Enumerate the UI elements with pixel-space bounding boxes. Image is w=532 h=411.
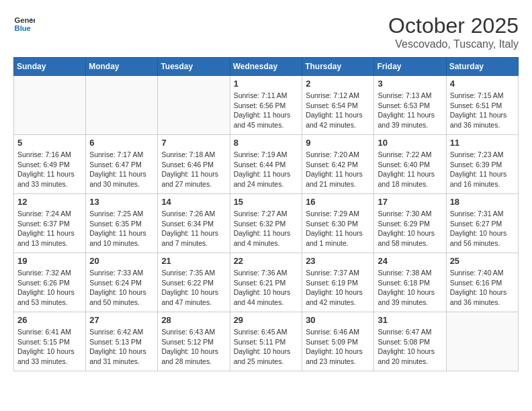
logo-icon: General Blue — [13, 13, 35, 35]
day-number: 13 — [89, 197, 154, 207]
svg-text:Blue: Blue — [15, 24, 31, 32]
day-info: Sunrise: 7:19 AM Sunset: 6:44 PM Dayligh… — [234, 150, 299, 189]
calendar-cell — [446, 312, 518, 371]
day-info: Sunrise: 6:43 AM Sunset: 5:12 PM Dayligh… — [161, 327, 226, 367]
calendar-cell: 6Sunrise: 7:17 AM Sunset: 6:47 PM Daylig… — [86, 135, 158, 194]
calendar-cell: 7Sunrise: 7:18 AM Sunset: 6:46 PM Daylig… — [158, 135, 230, 194]
day-info: Sunrise: 7:25 AM Sunset: 6:35 PM Dayligh… — [89, 209, 154, 248]
weekday-header-wednesday: Wednesday — [230, 58, 302, 76]
calendar-cell: 25Sunrise: 7:40 AM Sunset: 6:16 PM Dayli… — [446, 253, 518, 312]
day-number: 11 — [450, 138, 515, 148]
day-number: 29 — [234, 315, 299, 325]
day-number: 15 — [234, 197, 299, 207]
calendar-cell: 4Sunrise: 7:15 AM Sunset: 6:51 PM Daylig… — [446, 76, 518, 135]
day-number: 17 — [378, 197, 442, 207]
calendar-cell: 21Sunrise: 7:35 AM Sunset: 6:22 PM Dayli… — [158, 253, 230, 312]
day-info: Sunrise: 7:17 AM Sunset: 6:47 PM Dayligh… — [89, 150, 154, 189]
day-info: Sunrise: 7:15 AM Sunset: 6:51 PM Dayligh… — [450, 91, 515, 130]
calendar-cell: 14Sunrise: 7:26 AM Sunset: 6:34 PM Dayli… — [158, 194, 230, 253]
day-info: Sunrise: 6:41 AM Sunset: 5:15 PM Dayligh… — [17, 327, 82, 367]
calendar-cell: 26Sunrise: 6:41 AM Sunset: 5:15 PM Dayli… — [14, 312, 86, 371]
day-number: 22 — [234, 256, 299, 266]
day-number: 14 — [161, 197, 226, 207]
calendar-cell: 2Sunrise: 7:12 AM Sunset: 6:54 PM Daylig… — [302, 76, 374, 135]
day-info: Sunrise: 7:37 AM Sunset: 6:19 PM Dayligh… — [306, 268, 370, 308]
day-info: Sunrise: 6:47 AM Sunset: 5:08 PM Dayligh… — [378, 327, 442, 367]
calendar-cell: 15Sunrise: 7:27 AM Sunset: 6:32 PM Dayli… — [230, 194, 302, 253]
day-number: 12 — [17, 197, 82, 207]
day-number: 16 — [306, 197, 370, 207]
weekday-header-thursday: Thursday — [302, 58, 374, 76]
week-row-3: 12Sunrise: 7:24 AM Sunset: 6:37 PM Dayli… — [14, 194, 519, 253]
day-info: Sunrise: 6:42 AM Sunset: 5:13 PM Dayligh… — [89, 327, 154, 367]
day-number: 1 — [234, 79, 299, 89]
day-info: Sunrise: 6:46 AM Sunset: 5:09 PM Dayligh… — [306, 327, 370, 367]
day-number: 30 — [306, 315, 370, 325]
calendar-cell: 11Sunrise: 7:23 AM Sunset: 6:39 PM Dayli… — [446, 135, 518, 194]
day-number: 4 — [450, 79, 515, 89]
calendar-cell: 16Sunrise: 7:29 AM Sunset: 6:30 PM Dayli… — [302, 194, 374, 253]
calendar-cell: 18Sunrise: 7:31 AM Sunset: 6:27 PM Dayli… — [446, 194, 518, 253]
day-info: Sunrise: 7:31 AM Sunset: 6:27 PM Dayligh… — [450, 209, 515, 248]
day-info: Sunrise: 7:36 AM Sunset: 6:21 PM Dayligh… — [234, 268, 299, 308]
title-block: October 2025 Vescovado, Tuscany, Italy — [388, 13, 519, 50]
day-number: 2 — [306, 79, 370, 89]
calendar-cell: 22Sunrise: 7:36 AM Sunset: 6:21 PM Dayli… — [230, 253, 302, 312]
day-info: Sunrise: 7:40 AM Sunset: 6:16 PM Dayligh… — [450, 268, 515, 308]
day-info: Sunrise: 7:18 AM Sunset: 6:46 PM Dayligh… — [161, 150, 226, 189]
day-number: 20 — [89, 256, 154, 266]
calendar-cell: 13Sunrise: 7:25 AM Sunset: 6:35 PM Dayli… — [86, 194, 158, 253]
calendar-cell: 27Sunrise: 6:42 AM Sunset: 5:13 PM Dayli… — [86, 312, 158, 371]
day-info: Sunrise: 7:24 AM Sunset: 6:37 PM Dayligh… — [17, 209, 82, 248]
day-number: 7 — [161, 138, 226, 148]
month-title: October 2025 — [388, 13, 519, 38]
day-number: 23 — [306, 256, 370, 266]
weekday-header-friday: Friday — [374, 58, 446, 76]
day-number: 6 — [89, 138, 154, 148]
day-info: Sunrise: 7:16 AM Sunset: 6:49 PM Dayligh… — [17, 150, 82, 189]
weekday-header-tuesday: Tuesday — [158, 58, 230, 76]
day-info: Sunrise: 7:12 AM Sunset: 6:54 PM Dayligh… — [306, 91, 370, 130]
calendar-cell: 29Sunrise: 6:45 AM Sunset: 5:11 PM Dayli… — [230, 312, 302, 371]
week-row-4: 19Sunrise: 7:32 AM Sunset: 6:26 PM Dayli… — [14, 253, 519, 312]
day-number: 18 — [450, 197, 515, 207]
day-info: Sunrise: 7:30 AM Sunset: 6:29 PM Dayligh… — [378, 209, 442, 248]
calendar-cell: 1Sunrise: 7:11 AM Sunset: 6:56 PM Daylig… — [230, 76, 302, 135]
day-info: Sunrise: 7:38 AM Sunset: 6:18 PM Dayligh… — [378, 268, 442, 308]
day-number: 27 — [89, 315, 154, 325]
calendar-cell: 20Sunrise: 7:33 AM Sunset: 6:24 PM Dayli… — [86, 253, 158, 312]
day-number: 9 — [306, 138, 370, 148]
calendar-cell — [14, 76, 86, 135]
calendar-cell — [86, 76, 158, 135]
day-number: 21 — [161, 256, 226, 266]
calendar-cell: 17Sunrise: 7:30 AM Sunset: 6:29 PM Dayli… — [374, 194, 446, 253]
day-number: 26 — [17, 315, 82, 325]
location-subtitle: Vescovado, Tuscany, Italy — [388, 38, 519, 50]
day-number: 24 — [378, 256, 442, 266]
day-number: 25 — [450, 256, 515, 266]
calendar-cell: 10Sunrise: 7:22 AM Sunset: 6:40 PM Dayli… — [374, 135, 446, 194]
day-number: 3 — [378, 79, 442, 89]
weekday-header-monday: Monday — [86, 58, 158, 76]
calendar-cell: 5Sunrise: 7:16 AM Sunset: 6:49 PM Daylig… — [14, 135, 86, 194]
day-info: Sunrise: 7:13 AM Sunset: 6:53 PM Dayligh… — [378, 91, 442, 130]
week-row-5: 26Sunrise: 6:41 AM Sunset: 5:15 PM Dayli… — [14, 312, 519, 371]
calendar-cell: 3Sunrise: 7:13 AM Sunset: 6:53 PM Daylig… — [374, 76, 446, 135]
page-header: General Blue October 2025 Vescovado, Tus… — [13, 13, 519, 50]
calendar-cell: 23Sunrise: 7:37 AM Sunset: 6:19 PM Dayli… — [302, 253, 374, 312]
day-number: 28 — [161, 315, 226, 325]
weekday-header-saturday: Saturday — [446, 58, 518, 76]
week-row-2: 5Sunrise: 7:16 AM Sunset: 6:49 PM Daylig… — [14, 135, 519, 194]
day-info: Sunrise: 7:27 AM Sunset: 6:32 PM Dayligh… — [234, 209, 299, 248]
calendar-cell: 9Sunrise: 7:20 AM Sunset: 6:42 PM Daylig… — [302, 135, 374, 194]
weekday-header-sunday: Sunday — [14, 58, 86, 76]
calendar-cell: 28Sunrise: 6:43 AM Sunset: 5:12 PM Dayli… — [158, 312, 230, 371]
day-number: 8 — [234, 138, 299, 148]
day-number: 10 — [378, 138, 442, 148]
day-info: Sunrise: 7:26 AM Sunset: 6:34 PM Dayligh… — [161, 209, 226, 248]
day-info: Sunrise: 7:32 AM Sunset: 6:26 PM Dayligh… — [17, 268, 82, 308]
calendar-cell: 19Sunrise: 7:32 AM Sunset: 6:26 PM Dayli… — [14, 253, 86, 312]
day-number: 31 — [378, 315, 442, 325]
calendar-cell — [158, 76, 230, 135]
day-info: Sunrise: 7:35 AM Sunset: 6:22 PM Dayligh… — [161, 268, 226, 308]
